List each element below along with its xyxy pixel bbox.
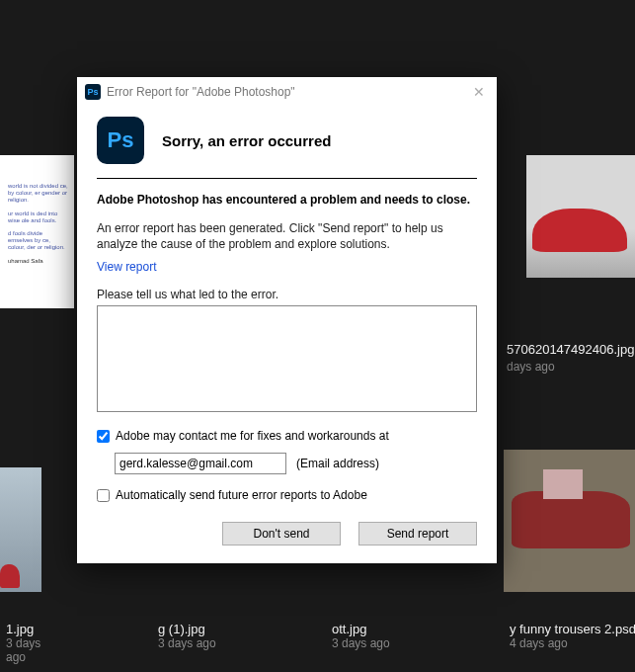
file-name: ott.jpg: [332, 622, 444, 636]
email-hint: (Email address): [296, 457, 379, 470]
file-name: 570620147492406.jpg: [507, 342, 634, 357]
file-age: 3 days ago: [158, 636, 271, 650]
autosend-checkbox[interactable]: [97, 489, 110, 502]
titlebar: Ps Error Report for "Adobe Photoshop" ✕: [77, 77, 497, 107]
divider: [97, 178, 477, 179]
textarea-prompt: Please tell us what led to the error.: [97, 288, 477, 301]
contact-checkbox[interactable]: [97, 430, 110, 443]
view-report-link[interactable]: View report: [97, 260, 156, 274]
error-details-textarea[interactable]: [97, 305, 477, 412]
error-summary: Adobe Photoshop has encountered a proble…: [97, 193, 477, 207]
thumbnail-quote[interactable]: world is not divided ce, by colour, er g…: [0, 155, 74, 308]
error-report-dialog: Ps Error Report for "Adobe Photoshop" ✕ …: [77, 77, 497, 563]
dialog-title: Error Report for "Adobe Photoshop": [107, 85, 463, 99]
file-age: 3 days ago: [6, 636, 59, 664]
file-labels-row: 1.jpg 3 days ago g (1).jpg 3 days ago ot…: [0, 618, 635, 664]
file-name: y funny trousers 2.psd: [510, 622, 635, 636]
autosend-label: Automatically send future error reports …: [116, 488, 367, 502]
file-age: 4 days ago: [510, 636, 635, 650]
photoshop-icon: Ps: [85, 84, 101, 100]
thumbnail-vintage[interactable]: [504, 450, 635, 592]
dialog-heading: Sorry, an error occurred: [162, 132, 331, 149]
file-name: 1.jpg: [6, 622, 59, 636]
photoshop-icon: Ps: [97, 117, 144, 164]
send-report-button[interactable]: Send report: [358, 522, 477, 546]
error-description: An error report has been generated. Clic…: [97, 220, 477, 252]
thumbnail-redcar[interactable]: [526, 155, 635, 278]
file-age: 3 days ago: [332, 636, 444, 650]
file-age: days ago: [507, 360, 555, 374]
email-field[interactable]: [115, 453, 286, 474]
contact-label: Adobe may contact me for fixes and worka…: [116, 429, 389, 443]
close-button[interactable]: ✕: [469, 84, 489, 100]
thumbnail-city[interactable]: [0, 467, 41, 592]
dont-send-button[interactable]: Don't send: [222, 522, 341, 546]
file-name: g (1).jpg: [158, 622, 271, 636]
